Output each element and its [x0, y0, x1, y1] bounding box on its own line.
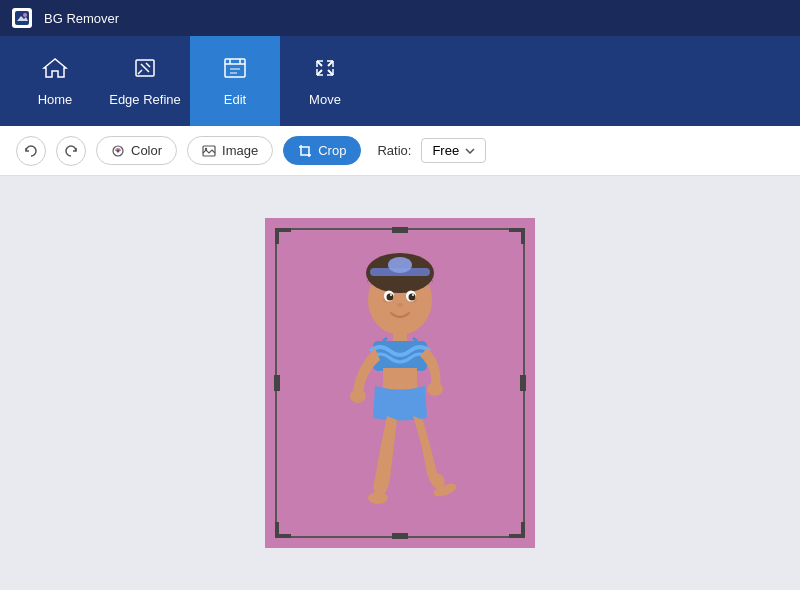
toolbar: Color Image Crop Ratio: Free — [0, 126, 800, 176]
nav-home-label: Home — [38, 92, 73, 107]
svg-point-26 — [350, 389, 366, 403]
ratio-value: Free — [432, 143, 459, 158]
svg-point-11 — [388, 257, 412, 273]
svg-point-18 — [390, 294, 392, 296]
svg-point-17 — [409, 294, 416, 301]
image-icon — [202, 144, 216, 158]
color-label: Color — [131, 143, 162, 158]
svg-rect-3 — [225, 59, 245, 77]
crop-icon — [298, 144, 312, 158]
nav-move-label: Move — [309, 92, 341, 107]
nav-edit[interactable]: Edit — [190, 36, 280, 126]
ratio-select[interactable]: Free — [421, 138, 486, 163]
nav-home[interactable]: Home — [10, 36, 100, 126]
child-figure — [315, 248, 485, 528]
image-label: Image — [222, 143, 258, 158]
color-icon — [111, 144, 125, 158]
nav-edit-label: Edit — [224, 92, 246, 107]
svg-line-23 — [383, 338, 387, 341]
redo-button[interactable] — [56, 136, 86, 166]
nav-edge-refine[interactable]: Edge Refine — [100, 36, 190, 126]
svg-point-19 — [412, 294, 414, 296]
svg-point-1 — [23, 13, 27, 17]
nav-edge-refine-label: Edge Refine — [109, 92, 181, 107]
move-icon — [312, 56, 338, 86]
svg-point-7 — [205, 147, 207, 149]
nav-move[interactable]: Move — [280, 36, 370, 126]
color-button[interactable]: Color — [96, 136, 177, 165]
svg-rect-25 — [383, 368, 417, 390]
edit-icon — [222, 56, 248, 86]
title-bar: BG Remover — [0, 0, 800, 36]
chevron-down-icon — [465, 148, 475, 154]
svg-line-24 — [413, 338, 417, 341]
app-logo — [12, 8, 32, 28]
crop-button[interactable]: Crop — [283, 136, 361, 165]
image-background — [265, 218, 535, 548]
svg-point-28 — [368, 492, 388, 504]
image-button[interactable]: Image — [187, 136, 273, 165]
svg-point-16 — [387, 294, 394, 301]
svg-point-20 — [397, 303, 403, 307]
home-icon — [42, 56, 68, 86]
crop-label: Crop — [318, 143, 346, 158]
image-canvas — [265, 218, 535, 548]
main-area — [0, 176, 800, 590]
nav-bar: Home Edge Refine Edit — [0, 36, 800, 126]
svg-point-27 — [427, 382, 443, 396]
undo-button[interactable] — [16, 136, 46, 166]
ratio-label: Ratio: — [377, 143, 411, 158]
edge-refine-icon — [132, 56, 158, 86]
svg-point-5 — [117, 149, 120, 152]
app-title: BG Remover — [44, 11, 119, 26]
